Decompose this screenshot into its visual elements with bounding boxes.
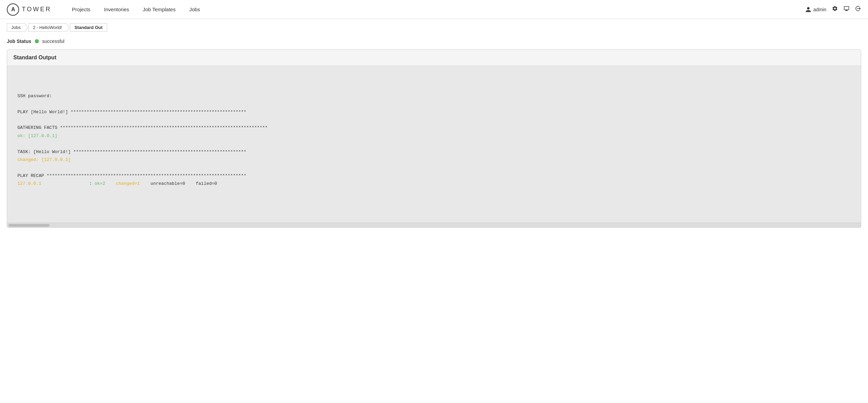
nav-job-templates[interactable]: Job Templates [136,0,182,19]
output-line [17,100,851,108]
status-text: successful [42,39,64,44]
output-line: SSH password: [17,92,851,100]
output-line: PLAY RECAP *****************************… [17,172,851,180]
admin-username: admin [813,7,826,12]
output-line [17,84,851,92]
horizontal-scrollbar[interactable] [7,223,861,227]
nav-projects[interactable]: Projects [65,0,97,19]
output-line: GATHERING FACTS ************************… [17,124,851,132]
output-line [17,116,851,124]
nav-inventories[interactable]: Inventories [97,0,136,19]
header-right: admin [805,5,861,13]
nav-jobs[interactable]: Jobs [183,0,207,19]
monitor-icon[interactable] [843,5,850,13]
logo-text: TOWER [22,6,52,13]
logo-area: A TOWER [7,3,52,16]
main-nav: Projects Inventories Job Templates Jobs [65,0,805,19]
logo-icon: A [7,3,19,16]
status-indicator [35,39,39,43]
breadcrumb-job-name[interactable]: 2 - HelloWorld! [28,23,67,32]
output-line: TASK: [Hello World!] *******************… [17,148,851,156]
job-status-label: Job Status [7,39,31,44]
output-line-changed: changed: [127.0.0.1] [17,156,851,164]
breadcrumb: Jobs 2 - HelloWorld! Standard Out [0,19,868,36]
settings-icon[interactable] [832,5,838,13]
breadcrumb-jobs[interactable]: Jobs [7,23,25,32]
user-icon [805,6,811,13]
standard-output-panel: Standard Output SSH password: PLAY [Hell… [7,49,861,228]
output-panel-header: Standard Output [7,50,861,66]
main-header: A TOWER Projects Inventories Job Templat… [0,0,868,19]
output-line-ok: ok: [127.0.0.1] [17,132,851,140]
admin-user: admin [805,6,826,13]
logout-icon[interactable] [855,5,861,13]
breadcrumb-standard-out[interactable]: Standard Out [70,23,107,32]
job-status-row: Job Status successful [0,36,868,49]
output-content[interactable]: SSH password: PLAY [Hello World!] ******… [7,66,861,223]
output-line [17,140,851,148]
output-line-recap: 127.0.0.1 : ok=2 changed=1 unreachable=0… [17,180,851,188]
output-line [17,164,851,171]
output-line: PLAY [Hello World!] ********************… [17,108,851,116]
output-line [17,76,851,84]
scrollbar-thumb[interactable] [9,224,49,227]
